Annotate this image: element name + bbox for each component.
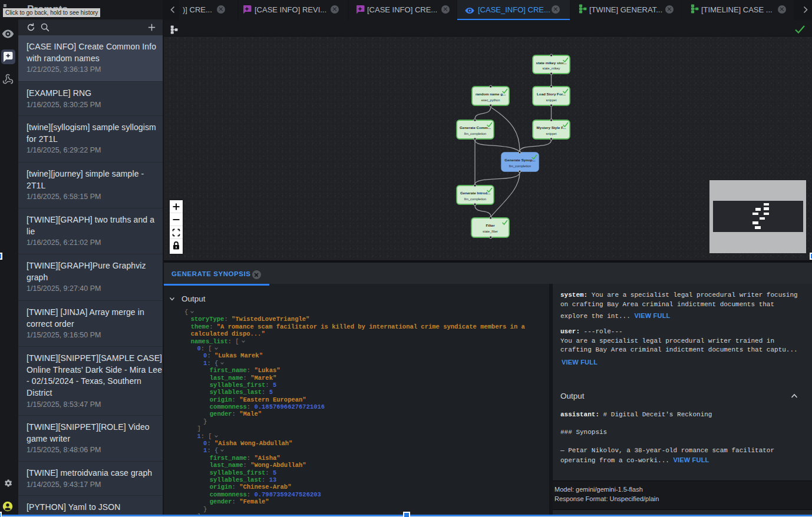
svg-text:snippet: snippet	[546, 98, 556, 102]
svg-text:random name g...: random name g...	[476, 92, 506, 96]
svg-text:snippet: snippet	[546, 132, 556, 135]
svg-text:state_filter: state_filter	[483, 230, 498, 233]
svg-text:llm_completion: llm_completion	[509, 164, 531, 168]
svg-text:Mystery Style F...: Mystery Style F...	[537, 125, 566, 130]
svg-text:Filter: Filter	[486, 223, 495, 227]
svg-text:exec_python: exec_python	[481, 98, 500, 102]
svg-text:state_mikey: state_mikey	[543, 67, 560, 70]
svg-text:Generate Comm...: Generate Comm...	[460, 125, 491, 130]
svg-text:Load Story For...: Load Story For...	[537, 92, 566, 96]
svg-text:llm_completion: llm_completion	[464, 132, 486, 135]
svg-text:Generate Synop...: Generate Synop...	[504, 158, 536, 162]
svg-text:llm_completion: llm_completion	[464, 197, 486, 201]
svg-text:state mikey stor...: state mikey stor...	[536, 61, 567, 65]
svg-text:Generate Introd...: Generate Introd...	[460, 191, 491, 195]
